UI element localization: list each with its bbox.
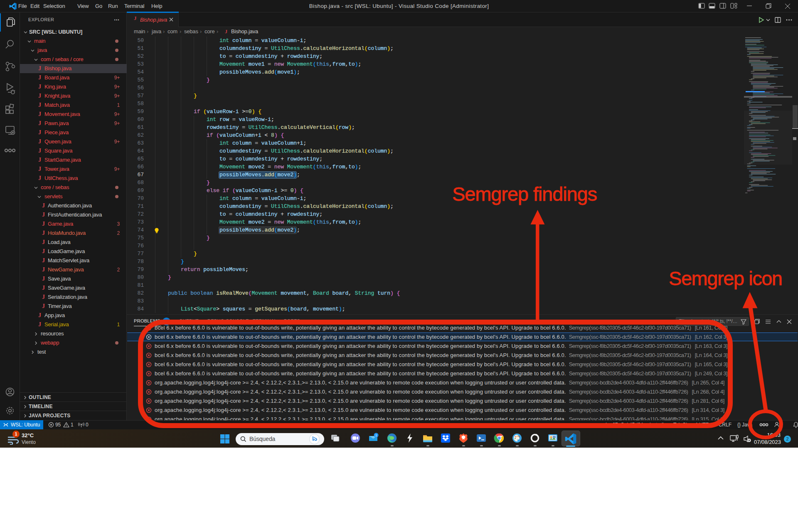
svg-text:Semgrep icon: Semgrep icon [669, 267, 783, 289]
svg-text:Semgrep findings: Semgrep findings [452, 183, 597, 205]
